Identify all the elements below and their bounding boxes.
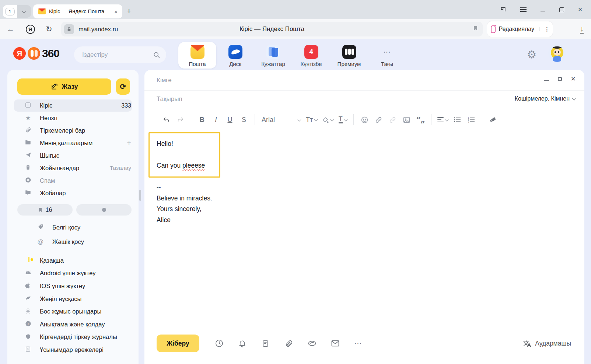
- back-button[interactable]: ←: [7, 25, 14, 34]
- sidebar-item-drafts[interactable]: Жобалар: [7, 187, 139, 199]
- sidebar-link-recommendations[interactable]: Ұсынымдар ережелері: [7, 343, 139, 356]
- sidebar-link-vacancies[interactable]: Бос жұмыс орындары: [7, 305, 139, 318]
- quote-button[interactable]: “„: [416, 114, 425, 125]
- add-folder-icon[interactable]: +: [127, 139, 131, 147]
- yandex-360-logo[interactable]: Я 360: [13, 47, 59, 60]
- tab-count-button[interactable]: 1: [3, 5, 17, 18]
- attach-from-mail-button[interactable]: [324, 340, 347, 347]
- compose-to-field[interactable]: Кімге ×: [144, 70, 584, 91]
- compose-close-button[interactable]: ×: [571, 75, 576, 83]
- service-tab-more[interactable]: ⋯ Тағы: [368, 42, 406, 69]
- attach-from-disk-button[interactable]: [300, 340, 324, 347]
- sidebar-item-spam[interactable]: Спам: [7, 174, 139, 187]
- schedule-send-button[interactable]: [207, 339, 231, 348]
- yandex-browser-icon[interactable]: Я: [26, 25, 35, 34]
- compose-body[interactable]: Hello! Can you pleeese -- Believe in mir…: [144, 131, 584, 321]
- sidebar-item-trash[interactable]: Жойылғандар Тазалау: [7, 162, 139, 174]
- clear-trash-link[interactable]: Тазалау: [110, 165, 131, 171]
- italic-button[interactable]: I: [211, 114, 221, 125]
- lock-icon[interactable]: [64, 24, 74, 34]
- window-close-button[interactable]: ×: [578, 6, 582, 14]
- add-label-button[interactable]: Белгі қосу: [7, 220, 139, 235]
- compose-subject-field[interactable]: Тақырып Көшірмелер, Кімнен: [144, 91, 584, 108]
- send-button[interactable]: Жіберу: [157, 335, 199, 352]
- service-tab-calendar[interactable]: 4 Күнтізбе: [292, 42, 330, 69]
- sidebar-link-ios[interactable]: IOS үшін жүктеу: [7, 280, 139, 293]
- font-name-value: Arial: [262, 116, 275, 124]
- attach-file-button[interactable]: [277, 339, 300, 348]
- service-tab-docs[interactable]: Құжаттар: [254, 42, 292, 69]
- service-tab-premium[interactable]: Премиум: [330, 42, 368, 69]
- tab-title: Кіріс — Яндекс Пошта: [49, 8, 110, 14]
- service-tab-disk[interactable]: Диск: [216, 42, 254, 69]
- compose-minimize-button[interactable]: [544, 80, 549, 81]
- browser-menu-icon[interactable]: [520, 7, 527, 12]
- text-color-button[interactable]: T: [338, 114, 347, 125]
- underline-button[interactable]: U: [225, 114, 235, 125]
- template-button[interactable]: [254, 339, 277, 348]
- strikethrough-button[interactable]: S: [239, 114, 249, 125]
- sidebar-item-my-folders[interactable]: Менің қалталарым +: [7, 137, 139, 149]
- format-toolbar: B I U S Arial Tт T “„ 123: [144, 108, 584, 131]
- align-button[interactable]: [437, 114, 448, 125]
- sidebar-item-attachments[interactable]: Тіркемелері бар: [7, 124, 139, 137]
- remove-link-button[interactable]: [388, 114, 397, 125]
- tab-count-value: 1: [5, 8, 14, 15]
- address-bar[interactable]: mail.yandex.ru Кіріс — Яндекс Пошта: [61, 22, 483, 36]
- docs-service-icon: [266, 45, 280, 59]
- font-family-select[interactable]: Arial: [262, 116, 301, 124]
- undo-button[interactable]: [161, 114, 171, 125]
- user-avatar[interactable]: [548, 44, 566, 62]
- sidebar-link-android[interactable]: Android үшін жүктеу: [7, 267, 139, 280]
- service-tab-mail[interactable]: Пошта: [178, 42, 216, 69]
- paperclip-icon: [24, 127, 32, 134]
- font-size-select[interactable]: Tт: [306, 114, 317, 125]
- sidebar-item-primary[interactable]: ★ Негізгі: [7, 112, 139, 124]
- notify-button[interactable]: [231, 339, 254, 348]
- tab-close-icon[interactable]: ×: [113, 8, 119, 15]
- sidebar-link-login-journal[interactable]: Кіргендерді тіркеу журналы: [7, 331, 139, 344]
- downloads-button[interactable]: ↓: [580, 25, 584, 34]
- highlight-color-button[interactable]: [322, 114, 333, 125]
- new-tab-button[interactable]: +: [127, 7, 131, 15]
- window-minimize-button[interactable]: [541, 11, 545, 11]
- cc-from-toggle[interactable]: Көшірмелер, Кімнен: [515, 95, 576, 102]
- sidebar-panel-icon[interactable]: [499, 6, 506, 13]
- bold-button[interactable]: B: [197, 114, 207, 125]
- translator-button[interactable]: Аудармашы: [522, 339, 571, 348]
- sidebar-link-language[interactable]: Қазақша: [7, 254, 139, 267]
- sidebar-link-help[interactable]: i Анықтама және қолдау: [7, 318, 139, 331]
- search-icon[interactable]: [153, 51, 160, 59]
- subject-placeholder: Тақырып: [157, 95, 182, 103]
- sidebar-item-sent[interactable]: Шығыс: [7, 149, 139, 162]
- yandex-logo-icon: Я: [13, 47, 26, 60]
- browser-tab[interactable]: Кіріс — Яндекс Пошта ×: [33, 4, 122, 18]
- bookmarks-filter-pill[interactable]: 16: [17, 204, 73, 216]
- refresh-button[interactable]: ⟳: [116, 78, 130, 95]
- window-maximize-button[interactable]: [559, 7, 564, 12]
- compose-button[interactable]: Жазу: [17, 78, 111, 95]
- search-input[interactable]: Іздестіру: [74, 46, 166, 63]
- bookmark-icon[interactable]: [473, 25, 478, 33]
- mail-service-icon: [190, 45, 204, 59]
- sidebar-link-light-version[interactable]: Жеңіл нұсқасы: [7, 293, 139, 305]
- edit-menu-icon[interactable]: ⋮: [539, 27, 550, 31]
- label-filter-pill[interactable]: [76, 204, 132, 216]
- edit-page-button[interactable]: Редакциялау ⋮: [487, 21, 553, 37]
- insert-image-button[interactable]: [402, 114, 411, 125]
- settings-gear-icon[interactable]: ⚙: [527, 49, 536, 60]
- reload-button[interactable]: ↻: [46, 25, 52, 34]
- clear-formatting-button[interactable]: [488, 114, 498, 125]
- add-mailbox-button[interactable]: @ Жәшік қосу: [7, 235, 139, 249]
- service-label: Күнтізбе: [300, 61, 322, 67]
- redo-button[interactable]: [175, 114, 185, 125]
- insert-link-button[interactable]: [374, 114, 383, 125]
- emoji-button[interactable]: [360, 114, 369, 125]
- scrollbar-thumb[interactable]: [139, 190, 141, 201]
- sidebar-item-inbox[interactable]: Кіріс 333: [14, 99, 132, 112]
- more-options-button[interactable]: ⋯: [347, 339, 370, 348]
- numbered-list-button[interactable]: 123: [466, 114, 476, 125]
- compose-popout-button[interactable]: [558, 77, 562, 81]
- bullet-list-button[interactable]: [452, 114, 462, 125]
- tab-list-dropdown[interactable]: [17, 5, 31, 18]
